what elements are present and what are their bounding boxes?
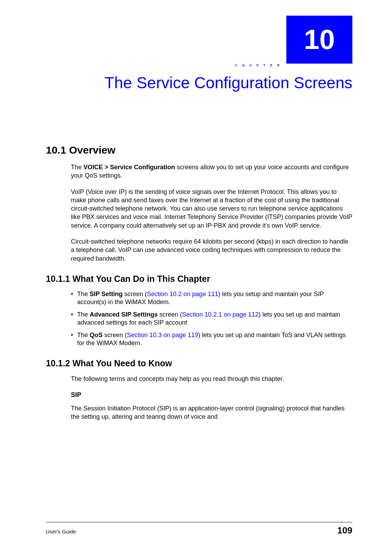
heading-10-1-2: 10.1.2 What You Need to Know [46, 358, 352, 368]
paragraph: The following terms and concepts may hel… [71, 375, 352, 383]
text: screen ( [158, 311, 182, 318]
footer-divider [46, 522, 352, 522]
list-item: The QoS screen (Section 10.3 on page 119… [71, 331, 352, 348]
text: The [77, 332, 90, 338]
footer-guide-label: User's Guide [46, 529, 76, 534]
screen-name: QoS [90, 332, 103, 338]
page-footer: User's Guide 109 [0, 522, 392, 536]
text: The [77, 311, 90, 318]
sub-heading-sip: SIP [71, 391, 352, 399]
heading-10-1-1: 10.1.1 What You Can Do in This Chapter [46, 274, 352, 284]
paragraph: Circuit-switched telephone networks requ… [71, 237, 352, 263]
text: screen ( [123, 291, 147, 297]
page-number: 109 [337, 525, 352, 536]
content-area: 10.1 Overview The VOICE > Service Config… [46, 144, 352, 429]
paragraph: VoIP (Voice over IP) is the sending of v… [71, 188, 352, 230]
chapter-number-tab: 10 [286, 16, 352, 64]
chapter-label: CHAPTER [235, 64, 284, 67]
paragraph: The Session Initiation Protocol (SIP) is… [71, 404, 352, 421]
bullet-list: The SIP Setting screen (Section 10.2 on … [71, 290, 352, 347]
cross-reference-link[interactable]: Section 10.2 on page 111 [147, 291, 218, 297]
page: 10 CHAPTER The Service Configuration Scr… [0, 0, 392, 555]
list-item: The SIP Setting screen (Section 10.2 on … [71, 290, 352, 307]
text: The [71, 164, 83, 171]
cross-reference-link[interactable]: Section 10.2.1 on page 112 [182, 311, 259, 318]
chapter-title: The Service Configuration Screens [46, 73, 352, 93]
paragraph: The VOICE > Service Configuration screen… [71, 163, 352, 180]
text: screen ( [103, 332, 127, 338]
text: The [77, 291, 90, 297]
footer-row: User's Guide 109 [46, 525, 352, 536]
cross-reference-link[interactable]: Section 10.3 on page 119 [127, 332, 198, 338]
screen-name: SIP Setting [90, 291, 123, 297]
list-item: The Advanced SIP Settings screen (Sectio… [71, 311, 352, 327]
nav-path: VOICE > Service Configuration [83, 164, 175, 171]
chapter-number: 10 [304, 26, 335, 54]
screen-name: Advanced SIP Settings [90, 311, 158, 318]
heading-10-1: 10.1 Overview [46, 144, 352, 156]
